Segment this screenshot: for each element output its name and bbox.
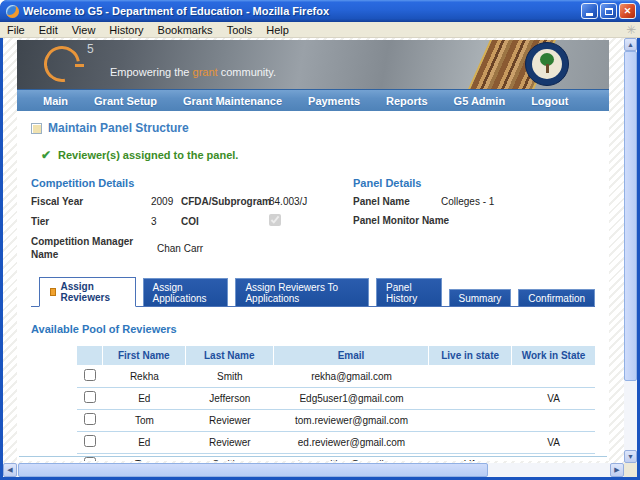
fiscal-year-value: 2009 [151,195,181,208]
main-nav: Main Grant Setup Grant Maintenance Payme… [17,89,609,111]
table-row: Tom Reviewer tom.reviewer@gmail.com [77,410,595,432]
panel-name-label: Panel Name [353,195,441,208]
tab-summary[interactable]: Summary [449,289,512,306]
success-check-icon: ✔ [41,148,51,162]
first-name-cell: Ed [103,388,186,410]
reviewers-table: First Name Last Name Email Live in state… [77,346,595,461]
title-bar[interactable]: Welcome to G5 - Department of Education … [0,0,640,22]
tagline-grant-word: grant [193,66,218,78]
page-title-icon [31,123,42,134]
row-select-checkbox[interactable] [84,413,96,425]
live-in-state-header: Live in state [429,346,512,366]
live-in-state-cell [429,388,512,410]
banner-tagline: Empowering the grant community. [110,66,276,78]
nav-main[interactable]: Main [30,95,81,107]
work-in-state-header: Work in State [512,346,595,366]
window-title: Welcome to G5 - Department of Education … [23,5,581,17]
minimize-button[interactable] [581,3,598,19]
row-select-checkbox[interactable] [84,369,96,381]
menu-view[interactable]: View [65,24,103,36]
seal-inner [532,49,562,79]
competition-manager-label: Competition Manager Name [31,235,157,261]
close-button[interactable]: ✕ [619,3,636,19]
menu-bookmarks[interactable]: Bookmarks [151,24,220,36]
menu-tools[interactable]: Tools [220,24,260,36]
details-section: Competition Details Fiscal Year 2009 CFD… [31,177,595,261]
g5-logo-bar [75,64,84,67]
minimize-icon [586,13,593,16]
first-name-cell: Ed [103,432,186,454]
nav-logout[interactable]: Logout [518,95,581,107]
tab-assign-applications[interactable]: Assign Applications [143,278,229,306]
competition-details-heading: Competition Details [31,177,353,189]
page-body: Maintain Panel Structure ✔ Reviewer(s) a… [17,111,609,461]
first-name-cell: Rekha [103,366,186,388]
restore-button[interactable] [600,3,617,19]
competition-details: Competition Details Fiscal Year 2009 CFD… [31,177,353,261]
horizontal-scrollbar-thumb[interactable] [18,463,488,477]
last-name-cell: Smith [186,366,274,388]
scroll-down-button[interactable]: ▼ [624,450,637,463]
coi-label: COI [181,215,269,228]
row-select-checkbox[interactable] [84,457,96,461]
email-cell: rekha@gmail.com [274,366,429,388]
tab-panel-history[interactable]: Panel History [376,278,441,306]
menu-edit[interactable]: Edit [32,24,65,36]
fiscal-year-label: Fiscal Year [31,195,151,208]
last-name-cell: Jefferson [186,388,274,410]
row-select-checkbox[interactable] [84,391,96,403]
tab-confirmation[interactable]: Confirmation [518,289,595,306]
scroll-up-button[interactable]: ▲ [624,38,637,51]
active-tab-icon [50,288,56,296]
page-title: Maintain Panel Structure [48,121,189,135]
firefox-icon [6,5,19,18]
menu-bar: File Edit View History Bookmarks Tools H… [0,22,640,38]
panel-details: Panel Details Panel Name Colleges - 1 Pa… [353,177,595,261]
menu-file[interactable]: File [0,24,32,36]
nav-grant-maintenance[interactable]: Grant Maintenance [170,95,295,107]
panel-name-value: Colleges - 1 [441,195,494,208]
tab-assign-reviewers[interactable]: Assign Reviewers [39,277,136,307]
competition-manager-value: Chan Carr [157,242,203,255]
cfda-label: CFDA/Subprogram [181,195,269,208]
email-header: Email [274,346,429,366]
table-row: Ed Reviewer ed.reviewer@gmail.com VA [77,432,595,454]
table-row: Ed Jefferson Edg5user1@gmail.com VA [77,388,595,410]
email-cell: ed.reviewer@gmail.com [274,432,429,454]
page-viewport: 5 Empowering the grant community. Main G… [3,38,624,463]
last-name-cell: Reviewer [186,410,274,432]
table-row: Rekha Smith rekha@gmail.com [77,366,595,388]
success-message: Reviewer(s) assigned to the panel. [58,149,238,161]
nav-grant-setup[interactable]: Grant Setup [81,95,170,107]
browser-window: Welcome to G5 - Department of Education … [0,0,640,480]
vertical-scrollbar-thumb[interactable] [624,51,637,381]
vertical-scrollbar[interactable]: ▲ ▼ [624,38,637,463]
work-in-state-cell: VA [512,432,595,454]
row-select-checkbox[interactable] [84,435,96,447]
horizontal-scrollbar[interactable]: ◀ ▶ [3,463,624,477]
first-name-cell: Tom [103,410,186,432]
scroll-right-button[interactable]: ▶ [610,463,624,477]
bottom-divider [19,456,607,457]
live-in-state-cell [429,410,512,432]
restore-icon [605,8,613,15]
menu-history[interactable]: History [102,24,150,36]
work-in-state-cell [512,366,595,388]
live-in-state-cell [429,366,512,388]
nav-payments[interactable]: Payments [295,95,373,107]
seal-tree-trunk [546,64,549,73]
first-name-header: First Name [103,346,186,366]
tab-assign-reviewers-to-applications[interactable]: Assign Reviewers To Applications [235,278,369,306]
panel-details-heading: Panel Details [353,177,595,189]
department-of-education-seal [525,42,569,86]
nav-reports[interactable]: Reports [373,95,441,107]
menu-help[interactable]: Help [259,24,296,36]
scroll-left-button[interactable]: ◀ [3,463,17,477]
email-cell: tom.reviewer@gmail.com [274,410,429,432]
last-name-header: Last Name [186,346,274,366]
last-name-cell: Reviewer [186,432,274,454]
g5-logo-five: 5 [87,42,94,56]
nav-g5-admin[interactable]: G5 Admin [441,95,519,107]
scrollbar-corner [624,463,637,477]
select-column-header [77,346,103,366]
